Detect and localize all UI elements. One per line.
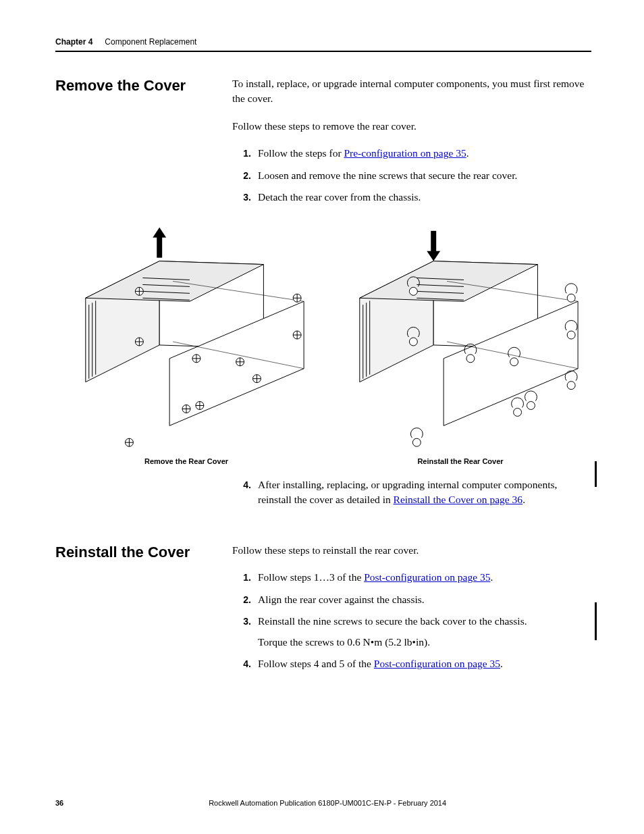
step-number: 3. bbox=[232, 190, 258, 205]
section-step4: 4. After installing, replacing, or upgra… bbox=[55, 477, 591, 515]
publication-info: Rockwell Automation Publication 6180P-UM… bbox=[63, 799, 591, 807]
svg-point-67 bbox=[527, 401, 535, 409]
chapter-title: Component Replacement bbox=[105, 37, 196, 47]
svg-point-61 bbox=[409, 287, 417, 295]
link-reinstall-cover[interactable]: Reinstall the Cover on page 36 bbox=[394, 494, 523, 505]
section-remove-cover: Remove the Cover To install, replace, or… bbox=[55, 76, 591, 212]
step-3: 3. Reinstall the nine screws to secure t… bbox=[232, 614, 591, 650]
steps-list-remove: 1. Follow the steps for Pre-configuratio… bbox=[232, 146, 591, 205]
step-2: 2. Align the rear cover against the chas… bbox=[232, 592, 591, 607]
step-text: Reinstall the nine screws to secure the … bbox=[258, 614, 591, 650]
figures-row: Remove the Rear Cover bbox=[55, 227, 591, 465]
step-4: 4. After installing, replacing, or upgra… bbox=[232, 477, 591, 508]
svg-point-69 bbox=[466, 355, 475, 363]
diagram-remove-cover bbox=[55, 227, 317, 453]
figure-remove: Remove the Rear Cover bbox=[55, 227, 317, 465]
svg-point-70 bbox=[412, 438, 421, 446]
step-number: 3. bbox=[232, 614, 258, 650]
figure-reinstall: Reinstall the Rear Cover bbox=[329, 227, 591, 465]
step-text: Follow steps 4 and 5 of the Post-configu… bbox=[258, 656, 591, 671]
change-bar bbox=[595, 461, 597, 487]
step-text: Follow the steps for Pre-configuration o… bbox=[258, 146, 591, 161]
svg-marker-15 bbox=[153, 228, 166, 238]
step-subtext: Torque the screws to 0.6 N•m (5.2 lb•in)… bbox=[258, 635, 591, 650]
page-number: 36 bbox=[55, 799, 63, 807]
step-text: After installing, replacing, or upgradin… bbox=[258, 477, 591, 508]
page-header: Chapter 4 Component Replacement bbox=[55, 37, 591, 52]
svg-point-68 bbox=[514, 408, 522, 416]
change-bar bbox=[595, 602, 597, 640]
step-number: 4. bbox=[232, 477, 258, 508]
link-preconfig[interactable]: Pre-configuration on page 35 bbox=[344, 147, 466, 159]
lead-paragraph: Follow these steps to reinstall the rear… bbox=[232, 543, 591, 558]
step-text: Detach the rear cover from the chassis. bbox=[258, 190, 591, 205]
chapter-label: Chapter 4 bbox=[55, 37, 92, 47]
body-reinstall-cover: Follow these steps to reinstall the rear… bbox=[232, 543, 591, 679]
step-number: 1. bbox=[232, 570, 258, 585]
figure-caption-reinstall: Reinstall the Rear Cover bbox=[329, 457, 591, 465]
step-text: Follow steps 1…3 of the Post-configurati… bbox=[258, 570, 591, 585]
step-4: 4. Follow steps 4 and 5 of the Post-conf… bbox=[232, 656, 591, 671]
step-3: 3. Detach the rear cover from the chassi… bbox=[232, 190, 591, 205]
link-postconfig-1[interactable]: Post-configuration on page 35 bbox=[364, 571, 490, 583]
svg-point-64 bbox=[567, 331, 575, 339]
step-2: 2. Loosen and remove the nine screws tha… bbox=[232, 168, 591, 183]
link-postconfig-2[interactable]: Post-configuration on page 35 bbox=[374, 658, 500, 669]
step-number: 2. bbox=[232, 592, 258, 607]
page: Chapter 4 Component Replacement Remove t… bbox=[0, 0, 644, 834]
svg-point-65 bbox=[567, 381, 575, 389]
svg-marker-60 bbox=[427, 251, 440, 261]
step-1: 1. Follow the steps for Pre-configuratio… bbox=[232, 146, 591, 161]
diagram-reinstall-cover bbox=[329, 227, 591, 453]
step4-list: 4. After installing, replacing, or upgra… bbox=[232, 477, 591, 508]
heading-remove-cover: Remove the Cover bbox=[55, 76, 232, 212]
figure-caption-remove: Remove the Rear Cover bbox=[55, 457, 317, 465]
svg-point-63 bbox=[567, 294, 575, 302]
svg-point-66 bbox=[510, 358, 518, 366]
step-number: 4. bbox=[232, 656, 258, 671]
steps-list-reinstall: 1. Follow steps 1…3 of the Post-configur… bbox=[232, 570, 591, 671]
step-text: Align the rear cover against the chassis… bbox=[258, 592, 591, 607]
step-text: Loosen and remove the nine screws that s… bbox=[258, 168, 591, 183]
step-number: 2. bbox=[232, 168, 258, 183]
page-footer: 36 Rockwell Automation Publication 6180P… bbox=[55, 799, 591, 807]
step-1: 1. Follow steps 1…3 of the Post-configur… bbox=[232, 570, 591, 585]
body-remove-cover: To install, replace, or upgrade internal… bbox=[232, 76, 591, 212]
lead-paragraph: Follow these steps to remove the rear co… bbox=[232, 119, 591, 134]
section-reinstall-cover: Reinstall the Cover Follow these steps t… bbox=[55, 543, 591, 679]
heading-reinstall-cover: Reinstall the Cover bbox=[55, 543, 232, 679]
step-number: 1. bbox=[232, 146, 258, 161]
intro-paragraph: To install, replace, or upgrade internal… bbox=[232, 76, 591, 107]
svg-point-62 bbox=[409, 338, 417, 346]
